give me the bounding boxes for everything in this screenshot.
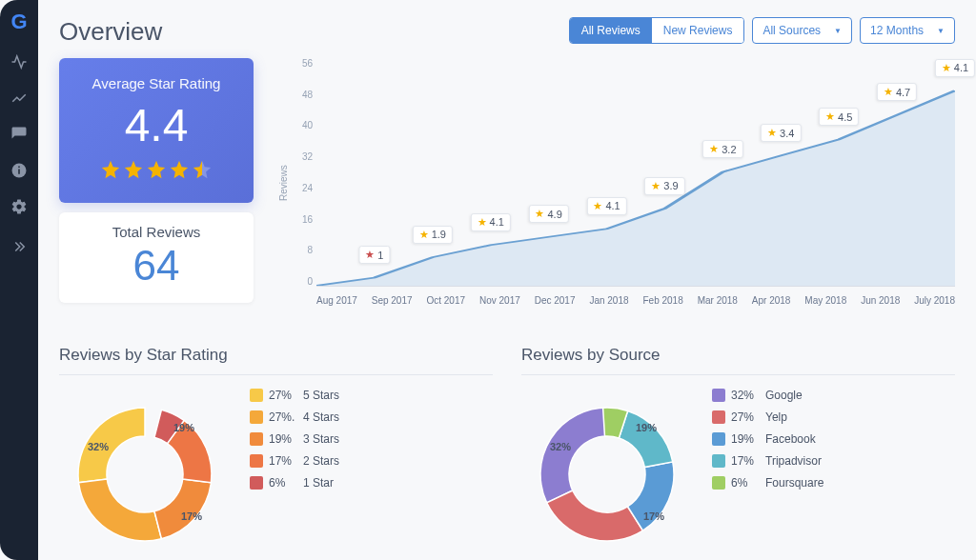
star-icon: ★ (825, 110, 835, 123)
legend-name: Tripadvisor (765, 454, 822, 468)
app-root: G Overview All ReviewsNew Reviews All So… (0, 0, 976, 560)
source-dropdown[interactable]: All Sources ▼ (752, 17, 852, 44)
swatch-icon (712, 454, 725, 468)
point-badge: ★4.1 (586, 197, 626, 215)
legend-source: 32%Google27%Yelp19%Facebook17%Tripadviso… (712, 389, 824, 490)
range-dropdown[interactable]: 12 Months ▼ (860, 17, 955, 44)
swatch-icon (712, 432, 725, 446)
star-icon: ★ (651, 180, 661, 192)
star-icon: ★ (535, 208, 544, 220)
point-badge: ★4.5 (819, 108, 859, 126)
plot-area: ★1★1.9★4.1★4.9★4.1★3.9★3.2★3.4★4.5★4.7★4… (316, 58, 955, 287)
panel-title: Reviews by Star Rating (59, 346, 493, 375)
legend-name: Google (765, 389, 803, 402)
point-badge: ★4.1 (471, 213, 511, 231)
source-dropdown-label: All Sources (762, 24, 821, 37)
total-reviews-card: Total Reviews 64 (59, 212, 254, 303)
legend-name: Foursquare (765, 476, 824, 490)
summary-cards: Average Star Rating 4.4 Total Reviews 64 (59, 58, 254, 325)
legend-pct: 27%. (269, 410, 297, 424)
panel-reviews-by-rating: Reviews by Star Rating 32%19%17% 27%5 St… (59, 346, 493, 560)
panel-title: Reviews by Source (521, 346, 955, 375)
info-icon[interactable] (10, 162, 28, 179)
avg-rating-stars (69, 159, 244, 184)
legend-name: Yelp (765, 410, 787, 424)
swatch-icon (250, 389, 263, 402)
legend-pct: 32% (731, 389, 760, 402)
star-icon (123, 159, 144, 184)
total-reviews-label: Total Reviews (69, 224, 244, 240)
slice-label: 17% (181, 510, 202, 522)
swatch-icon (250, 410, 263, 424)
star-icon (192, 159, 213, 184)
star-icon: ★ (942, 62, 951, 74)
filter-option[interactable]: All Reviews (570, 18, 652, 43)
avg-rating-value: 4.4 (69, 99, 244, 151)
chevron-down-icon: ▼ (937, 27, 945, 35)
legend-pct: 6% (269, 476, 297, 490)
header-row: Overview All ReviewsNew Reviews All Sour… (59, 17, 955, 47)
x-ticks: Aug 2017Sep 2017Oct 2017Nov 2017Dec 2017… (316, 295, 955, 306)
svg-rect-1 (18, 170, 20, 174)
reviews-filter-segmented: All ReviewsNew Reviews (569, 17, 745, 44)
legend-rating: 27%5 Stars27%.4 Stars19%3 Stars17%2 Star… (250, 389, 339, 490)
legend-pct: 17% (731, 454, 760, 468)
y-ticks: 56484032241680 (292, 58, 313, 287)
slice-label: 17% (643, 510, 664, 522)
swatch-icon (712, 410, 725, 424)
panel-reviews-by-source: Reviews by Source 32%19%17% 32%Google27%… (521, 346, 955, 560)
point-badge: ★1.9 (413, 226, 453, 244)
logo-icon[interactable]: G (10, 10, 27, 34)
chat-icon[interactable] (10, 126, 28, 143)
donut-rating: 32%19%17% (59, 389, 231, 560)
star-icon: ★ (365, 249, 375, 261)
legend-row: 17%2 Stars (250, 454, 339, 468)
slice-label: 32% (550, 441, 571, 452)
legend-name: 4 Stars (303, 410, 339, 424)
legend-name: 5 Stars (303, 389, 339, 402)
range-dropdown-label: 12 Months (870, 24, 924, 37)
star-icon: ★ (593, 200, 602, 212)
sidebar: G (0, 0, 38, 560)
svg-rect-2 (18, 167, 20, 169)
legend-pct: 6% (731, 476, 760, 490)
point-badge: ★3.4 (761, 124, 801, 142)
gear-icon[interactable] (10, 198, 28, 215)
point-badge: ★4.9 (528, 205, 568, 223)
point-badge: ★4.1 (935, 59, 975, 77)
filter-option[interactable]: New Reviews (652, 18, 744, 43)
star-icon: ★ (709, 143, 719, 155)
legend-row: 6%Foursquare (712, 476, 824, 490)
legend-name: 2 Stars (303, 454, 339, 468)
star-icon: ★ (478, 216, 487, 229)
legend-row: 17%Tripadvisor (712, 454, 824, 468)
legend-row: 19%3 Stars (250, 432, 339, 446)
swatch-icon (712, 476, 725, 490)
legend-row: 6%1 Star (250, 476, 339, 490)
trend-icon[interactable] (10, 90, 28, 107)
star-icon: ★ (767, 127, 777, 139)
bottom-row: Reviews by Star Rating 32%19%17% 27%5 St… (59, 346, 955, 560)
star-icon: ★ (419, 229, 429, 241)
legend-name: 3 Stars (303, 432, 339, 446)
slice-label: 19% (173, 422, 194, 433)
legend-row: 19%Facebook (712, 432, 824, 446)
top-row: Average Star Rating 4.4 Total Reviews 64… (59, 58, 955, 325)
swatch-icon (250, 432, 263, 446)
legend-pct: 27% (731, 410, 760, 424)
pulse-icon[interactable] (10, 53, 28, 70)
total-reviews-value: 64 (69, 242, 244, 290)
star-icon: ★ (884, 86, 893, 98)
legend-pct: 19% (731, 432, 760, 446)
slice-label: 19% (636, 422, 657, 433)
page-title: Overview (59, 17, 162, 47)
main: Overview All ReviewsNew Reviews All Sour… (38, 0, 976, 560)
collapse-icon[interactable] (10, 238, 28, 255)
swatch-icon (250, 454, 263, 468)
line-chart: Reviews 56484032241680 ★1★1.9★4.1★4.9★4.… (271, 58, 955, 325)
legend-row: 27%.4 Stars (250, 410, 339, 424)
legend-pct: 19% (269, 432, 297, 446)
star-icon (169, 159, 190, 184)
donut-source: 32%19%17% (521, 389, 693, 560)
swatch-icon (712, 389, 725, 402)
